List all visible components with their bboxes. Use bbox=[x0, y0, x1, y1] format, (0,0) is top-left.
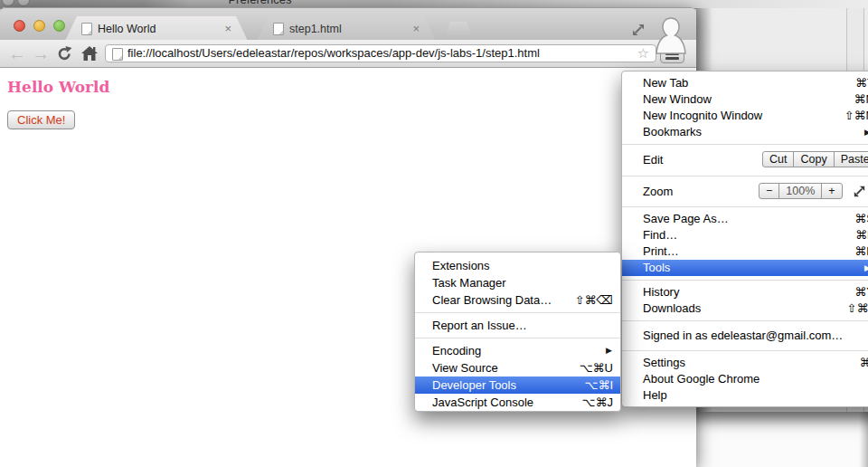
new-tab-button[interactable] bbox=[445, 22, 472, 35]
submenu-arrow-icon: ▶ bbox=[864, 260, 868, 276]
cut-button[interactable]: Cut bbox=[762, 151, 794, 167]
menu-label: Help bbox=[643, 388, 667, 402]
menu-label: Report an Issue… bbox=[432, 319, 527, 332]
submenu-item-view-source[interactable]: View Source ⌥⌘U bbox=[415, 359, 620, 376]
tab-close-icon[interactable]: × bbox=[412, 24, 420, 33]
reload-button[interactable] bbox=[56, 45, 73, 62]
tools-submenu: Extensions Task Manager Clear Browsing D… bbox=[414, 252, 621, 412]
menu-label: Encoding bbox=[432, 344, 481, 357]
menu-label: Developer Tools bbox=[432, 378, 516, 392]
menu-item-new-tab[interactable]: New Tab ⌘T bbox=[622, 75, 868, 91]
submenu-item-clear-browsing-data[interactable]: Clear Browsing Data… ⇧⌘⌫ bbox=[415, 291, 620, 309]
menu-label: History bbox=[643, 285, 679, 299]
chrome-menu: New Tab ⌘T New Window ⌘N New Incognito W… bbox=[621, 71, 868, 407]
window-controls bbox=[14, 20, 65, 32]
menu-item-about-google-chrome[interactable]: About Google Chrome bbox=[622, 371, 868, 387]
copy-button[interactable]: Copy bbox=[793, 151, 834, 167]
menu-separator bbox=[415, 312, 620, 313]
menu-item-new-incognito-window[interactable]: New Incognito Window ⇧⌘N bbox=[622, 108, 868, 124]
url-text[interactable]: file://localhost/Users/edeleastar/repos/… bbox=[127, 45, 540, 62]
back-button[interactable]: ← bbox=[8, 41, 26, 66]
submenu-item-encoding[interactable]: Encoding ▶ bbox=[415, 342, 620, 359]
minimize-window-icon[interactable] bbox=[33, 20, 45, 32]
page-icon bbox=[81, 23, 92, 35]
menu-label: About Google Chrome bbox=[643, 372, 760, 386]
tab-close-icon[interactable]: × bbox=[224, 24, 231, 33]
menu-label: Task Manager bbox=[432, 276, 506, 290]
menu-separator bbox=[622, 144, 868, 145]
menu-label: Clear Browsing Data… bbox=[432, 293, 552, 307]
paste-button[interactable]: Paste bbox=[834, 151, 868, 167]
fullscreen-icon[interactable] bbox=[630, 22, 646, 38]
tab-title: Hello World bbox=[98, 23, 219, 35]
menu-item-find[interactable]: Find… ⌘F bbox=[622, 227, 868, 243]
menu-shortcut: ⌘T bbox=[855, 75, 868, 91]
menu-label: New Tab bbox=[643, 76, 688, 90]
menu-item-print[interactable]: Print… ⌘P bbox=[622, 243, 868, 260]
zoom-button-group: − 100% + bbox=[759, 183, 843, 199]
menu-separator bbox=[622, 350, 868, 351]
menu-item-history[interactable]: History ⌘Y bbox=[622, 284, 868, 300]
submenu-item-developer-tools[interactable]: Developer Tools ⌥⌘I bbox=[415, 376, 620, 394]
profile-avatar-icon[interactable] bbox=[655, 15, 687, 55]
submenu-item-report-an-issue[interactable]: Report an Issue… bbox=[415, 317, 620, 334]
forward-button[interactable]: → bbox=[32, 41, 50, 66]
menu-separator bbox=[622, 176, 868, 176]
screen-root: { "background": { "title": "Preferences"… bbox=[0, 0, 868, 467]
tab-hello-world[interactable]: Hello World × bbox=[65, 16, 248, 41]
menu-item-signed-in[interactable]: Signed in as edeleastar@gmail.com… bbox=[622, 325, 868, 347]
menu-label: JavaScript Console bbox=[432, 396, 533, 409]
zoom-window-icon[interactable] bbox=[53, 20, 65, 32]
zoom-out-button[interactable]: − bbox=[759, 183, 779, 199]
tab-strip: Hello World × step1.html × bbox=[0, 7, 696, 40]
submenu-item-task-manager[interactable]: Task Manager bbox=[415, 274, 620, 291]
bookmark-star-icon[interactable]: ☆ bbox=[637, 45, 649, 62]
home-button[interactable] bbox=[80, 45, 99, 62]
menu-label: Downloads bbox=[643, 301, 701, 315]
close-window-icon[interactable] bbox=[14, 20, 25, 32]
menu-shortcut: ⌘F bbox=[855, 227, 868, 243]
submenu-item-javascript-console[interactable]: JavaScript Console ⌥⌘J bbox=[415, 394, 620, 411]
menu-item-save-page-as[interactable]: Save Page As… ⌘S bbox=[622, 211, 868, 227]
menu-shortcut: ⌥⌘U bbox=[580, 359, 613, 376]
menu-separator bbox=[622, 206, 868, 207]
click-me-button[interactable]: Click Me! bbox=[7, 110, 75, 129]
menu-item-bookmarks[interactable]: Bookmarks ▶ bbox=[622, 124, 868, 140]
menu-label: Print… bbox=[643, 244, 679, 258]
menu-separator bbox=[415, 338, 620, 338]
menu-shortcut: ⌥⌘J bbox=[582, 394, 613, 411]
page-icon bbox=[112, 48, 123, 61]
menu-item-settings[interactable]: Settings ⌘, bbox=[622, 355, 868, 371]
submenu-item-extensions[interactable]: Extensions bbox=[415, 257, 620, 274]
menu-shortcut: ⇧⌘N bbox=[844, 108, 868, 124]
tab-step1-html[interactable]: step1.html × bbox=[257, 16, 436, 41]
page-heading: Hello World bbox=[0, 68, 696, 96]
menu-separator bbox=[622, 320, 868, 321]
menu-label: Signed in as edeleastar@gmail.com… bbox=[643, 329, 843, 342]
menu-label: Extensions bbox=[432, 259, 490, 272]
menu-label: Settings bbox=[643, 356, 685, 369]
menu-label: Find… bbox=[643, 228, 677, 242]
menu-shortcut: ⌘N bbox=[854, 91, 868, 108]
menu-item-tools[interactable]: Tools ▶ bbox=[622, 260, 868, 276]
menu-label: Tools bbox=[643, 261, 670, 274]
menu-item-edit: Edit Cut Copy Paste bbox=[622, 148, 868, 172]
edit-button-group: Cut Copy Paste bbox=[762, 151, 868, 167]
zoom-in-button[interactable]: + bbox=[821, 183, 842, 199]
page-icon bbox=[273, 23, 284, 35]
menu-shortcut: ⇧⌘J bbox=[847, 300, 868, 317]
menu-item-new-window[interactable]: New Window ⌘N bbox=[622, 91, 868, 108]
menu-shortcut: ⌘S bbox=[854, 211, 868, 227]
background-traffic-light-icon bbox=[2, 0, 14, 6]
menu-item-help[interactable]: Help bbox=[622, 387, 868, 404]
menu-item-downloads[interactable]: Downloads ⇧⌘J bbox=[622, 300, 868, 317]
background-traffic-light-icon bbox=[17, 0, 30, 6]
address-bar[interactable]: file://localhost/Users/edeleastar/repos/… bbox=[105, 44, 656, 62]
menu-item-zoom: Zoom − 100% + bbox=[622, 180, 868, 203]
menu-label: Save Page As… bbox=[643, 212, 729, 225]
menu-shortcut: ⌥⌘I bbox=[584, 376, 613, 394]
browser-toolbar: ← → file://localhost/Users/edeleastar/re… bbox=[0, 40, 696, 68]
zoom-level: 100% bbox=[778, 183, 822, 199]
submenu-arrow-icon: ▶ bbox=[864, 124, 868, 140]
fullscreen-icon[interactable] bbox=[852, 184, 867, 199]
